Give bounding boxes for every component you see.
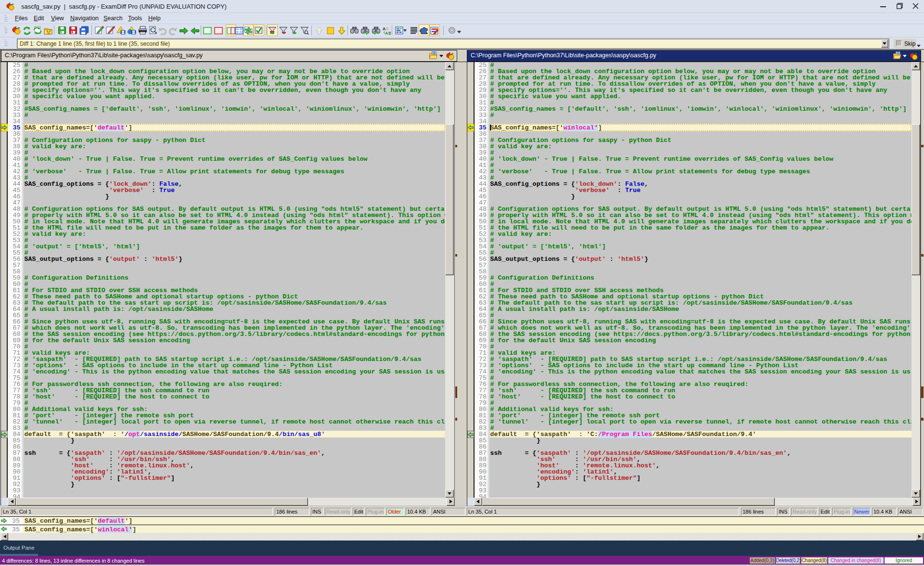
svg-text:B: B: [388, 31, 391, 35]
svg-text:A: A: [385, 31, 388, 35]
